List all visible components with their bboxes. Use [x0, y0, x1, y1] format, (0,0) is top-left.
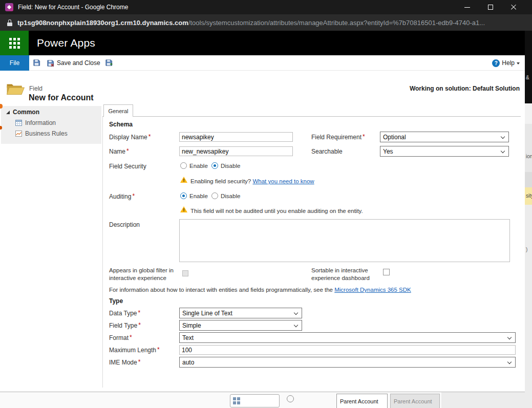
save-and-close-label: Save and Close [57, 59, 100, 67]
field-type-select[interactable]: Simple [179, 320, 302, 331]
required-marker: * [138, 358, 141, 366]
command-bar: File Save and Close ? Help [0, 55, 525, 71]
display-name-input[interactable] [179, 132, 293, 142]
url-path: /tools/systemcustomization/attributes/ma… [188, 19, 485, 27]
working-solution-label: Working on solution: Default Solution [410, 85, 520, 92]
close-icon [510, 4, 517, 11]
sdk-info: For information about how to interact wi… [109, 287, 411, 293]
background-window-bottom: Parent Account Parent Account [0, 392, 525, 408]
format-select[interactable]: Text [179, 332, 516, 343]
sidebar-group-common[interactable]: Common [1, 106, 101, 116]
chevron-down-icon [294, 311, 298, 315]
auditing-warning: This field will not be audited until you… [190, 208, 363, 214]
background-fragment-parent-account: Parent Account [336, 394, 388, 408]
information-icon [15, 120, 22, 126]
type-section-title: Type [109, 297, 123, 305]
name-input[interactable] [179, 146, 293, 156]
data-type-label: Data Type* [109, 310, 140, 317]
background-fragment-circle [287, 395, 294, 402]
ime-mode-select[interactable]: auto [179, 357, 516, 368]
warning-icon: ! [180, 177, 188, 183]
field-security-warning: Enabling field security? What you need t… [190, 178, 314, 184]
global-filter-label: Appears in global filter in interactive … [109, 267, 178, 282]
field-security-disable-radio[interactable] [211, 162, 218, 169]
waffle-icon [9, 38, 20, 49]
maximum-length-label: Maximum Length* [109, 347, 160, 354]
close-button[interactable] [502, 0, 525, 14]
window-controls [456, 0, 525, 14]
maximize-button[interactable] [479, 0, 502, 14]
background-fragment-parent-account: Parent Account [390, 394, 440, 408]
save-and-new-icon [105, 59, 113, 67]
background-fragment-text: & [526, 75, 529, 80]
page-favicon [5, 3, 13, 11]
display-name-label: Display Name* [109, 134, 151, 141]
searchable-select[interactable]: Yes [380, 146, 509, 157]
minimize-icon [464, 7, 470, 8]
auditing-label: Auditing* [109, 193, 135, 200]
maximize-icon [488, 5, 493, 10]
sidebar-item-information[interactable]: Information [15, 119, 101, 126]
required-marker: * [126, 147, 129, 155]
app-title: Power Apps [37, 31, 95, 55]
auditing-disable-radio[interactable] [211, 192, 218, 199]
warning-icon: ! [180, 206, 188, 213]
minimize-button[interactable] [456, 0, 479, 14]
save-and-new-button[interactable] [105, 59, 113, 69]
sidebar: Common Information Business Rules [1, 106, 101, 144]
file-menu[interactable]: File [0, 55, 29, 71]
field-security-label: Field Security [109, 163, 146, 170]
field-security-enable-radio[interactable] [180, 162, 187, 169]
searchable-label: Searchable [311, 148, 343, 155]
page-title: New for Account [29, 93, 94, 102]
required-marker: * [138, 321, 141, 329]
help-icon: ? [492, 59, 500, 67]
window-title: Field: New for Account - Google Chrome [18, 4, 456, 11]
page-url: tp1sg908nonphxplain18930org1.crm10.dynam… [17, 19, 485, 27]
background-fragment-text: ) [526, 247, 527, 252]
lock-icon[interactable] [7, 19, 12, 26]
chevron-down-icon [507, 335, 512, 339]
background-fragment-block [441, 392, 525, 408]
caret-down-icon [517, 62, 520, 65]
format-label: Format* [109, 334, 132, 341]
waffle-menu-button[interactable] [0, 31, 29, 55]
auditing-enable-label: Enable [189, 193, 208, 199]
collapse-icon [6, 111, 10, 114]
maximum-length-input[interactable] [179, 345, 516, 355]
field-requirement-label: Field Requirement* [311, 134, 365, 141]
field-security-help-link[interactable]: What you need to know [252, 178, 314, 184]
background-fragment-text: ion [526, 154, 532, 159]
save-button[interactable] [33, 59, 40, 69]
grid-icon [233, 397, 240, 404]
name-label: Name* [109, 148, 129, 155]
save-and-close-button[interactable]: Save and Close [47, 55, 100, 71]
field-requirement-select[interactable]: Optional [380, 132, 509, 142]
save-and-close-icon [47, 59, 54, 67]
description-textarea[interactable] [179, 219, 510, 262]
background-fragment-box [230, 394, 280, 407]
field-type-label: Field Type* [109, 322, 141, 329]
business-rules-icon [15, 131, 22, 137]
data-type-select[interactable]: Single Line of Text [179, 308, 302, 318]
required-marker: * [363, 133, 365, 140]
sdk-link[interactable]: Microsoft Dynamics 365 SDK [334, 287, 411, 293]
browser-address-bar[interactable]: tp1sg908nonphxplain18930org1.crm10.dynam… [0, 14, 525, 31]
help-menu[interactable]: ? Help [492, 55, 520, 71]
sortable-checkbox[interactable] [383, 269, 390, 275]
auditing-disable-label: Disable [221, 193, 240, 199]
field-security-disable-label: Disable [221, 163, 240, 169]
sidebar-item-label: Information [25, 119, 56, 126]
schema-section-title: Schema [109, 121, 133, 128]
tab-general[interactable]: General [103, 104, 133, 117]
auditing-enable-radio[interactable] [180, 192, 187, 199]
global-filter-checkbox [182, 270, 188, 276]
chevron-down-icon [501, 149, 505, 153]
url-domain: tp1sg908nonphxplain18930org1.crm10.dynam… [17, 19, 188, 27]
required-marker: * [130, 334, 132, 341]
window-titlebar: Field: New for Account - Google Chrome [0, 0, 525, 14]
required-marker: * [157, 346, 160, 353]
chevron-down-icon [294, 323, 298, 327]
sidebar-item-business-rules[interactable]: Business Rules [15, 130, 101, 137]
chevron-down-icon [507, 360, 512, 364]
